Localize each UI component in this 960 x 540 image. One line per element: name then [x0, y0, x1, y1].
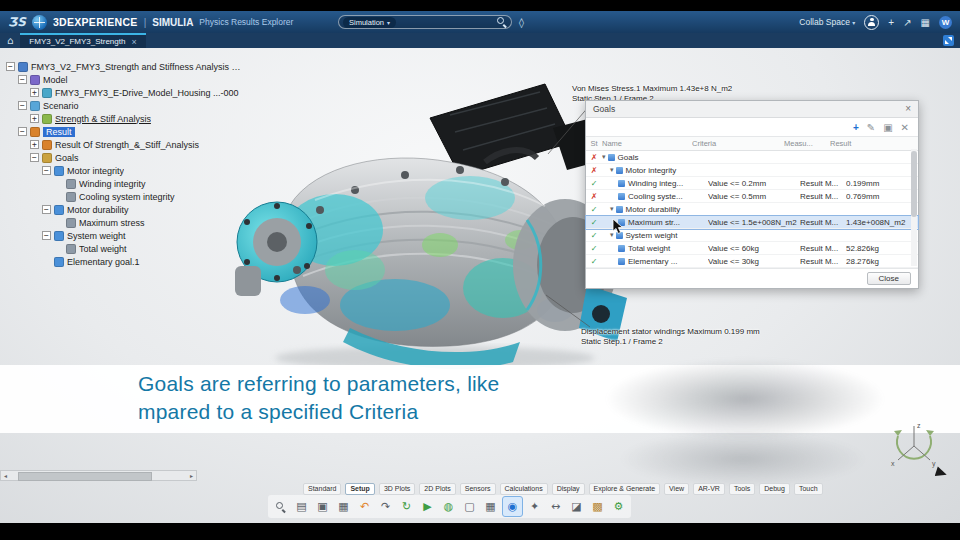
tree-item-motor-durability[interactable]: −Motor durability — [2, 203, 242, 216]
ribbon-tab-debug[interactable]: Debug — [759, 483, 790, 495]
share-icon[interactable]: ↗ — [903, 17, 911, 28]
edit-goal-icon[interactable]: ✎ — [867, 122, 875, 133]
tree-item-model[interactable]: −Model — [2, 73, 242, 86]
catalog-icon[interactable]: ▤ — [292, 497, 311, 516]
view-compass[interactable]: z x y — [888, 418, 940, 474]
tree-item-scenario[interactable]: −Scenario — [2, 99, 242, 112]
3d-viewport[interactable]: Von Mises Stress.1 Maximum 1.43e+8 N_m2 … — [0, 48, 960, 523]
document-tab[interactable]: FMY3_V2_FMY3_Strength × — [20, 33, 145, 48]
ribbon-tab-touch[interactable]: Touch — [794, 483, 823, 495]
expand-view-icon[interactable] — [943, 35, 954, 46]
tree-item-maximum-stress[interactable]: Maximum stress — [2, 216, 242, 229]
ribbon-tab-display[interactable]: Display — [552, 483, 585, 495]
column-result[interactable]: Result — [830, 139, 902, 148]
column-name[interactable]: Name — [602, 139, 692, 148]
3dexperience-compass-icon[interactable] — [32, 15, 47, 30]
collapse-icon[interactable]: − — [18, 75, 27, 84]
display-icon[interactable]: ▢ — [460, 497, 479, 516]
collapse-icon[interactable]: − — [42, 231, 51, 240]
scroll-right-icon[interactable]: ▸ — [187, 472, 196, 479]
user-profile-icon[interactable] — [864, 15, 879, 30]
expand-icon[interactable]: + — [30, 114, 39, 123]
scrollbar-thumb[interactable] — [18, 472, 152, 481]
tree-item-elementary-goal-1[interactable]: Elementary goal.1 — [2, 255, 242, 268]
ribbon-tab-view[interactable]: View — [664, 483, 689, 495]
play-icon[interactable]: ▶ — [418, 497, 437, 516]
search-scope-dropdown[interactable]: Simulation▾ — [343, 17, 396, 28]
refresh-icon[interactable]: ↻ — [397, 497, 416, 516]
goals-row-motor-durability[interactable]: ✓▾Motor durability — [586, 203, 918, 216]
zoom-icon[interactable] — [271, 497, 290, 516]
scrollbar-track[interactable] — [10, 471, 187, 480]
mesh-icon[interactable]: ▩ — [588, 497, 607, 516]
collapse-icon[interactable]: − — [18, 127, 27, 136]
tree-item-winding-integrity[interactable]: Winding integrity — [2, 177, 242, 190]
settings-gear-icon[interactable]: ⚙ — [609, 497, 628, 516]
panel-scrollbar[interactable] — [911, 149, 917, 266]
section-icon[interactable]: ◪ — [567, 497, 586, 516]
column-measure[interactable]: Measu... — [784, 139, 830, 148]
caret-down-icon[interactable]: ▾ — [610, 205, 614, 213]
tree-item-result-of-analysis[interactable]: +Result Of Strength_&_Stiff_Analysis — [2, 138, 242, 151]
tree-item-system-weight[interactable]: −System weight — [2, 229, 242, 242]
ribbon-tab-2d-plots[interactable]: 2D Plots — [419, 483, 455, 495]
globe-icon[interactable]: ◍ — [439, 497, 458, 516]
tree-item-result[interactable]: −Result — [2, 125, 242, 138]
collapse-icon[interactable]: − — [18, 101, 27, 110]
tree-item-strength-stiff-analysis[interactable]: +Strength & Stiff Analysis — [2, 112, 242, 125]
search-icon[interactable] — [497, 17, 507, 27]
close-panel-icon[interactable]: × — [905, 104, 911, 114]
collapse-icon[interactable]: − — [42, 205, 51, 214]
tree-item-total-weight[interactable]: Total weight — [2, 242, 242, 255]
collab-space-dropdown[interactable]: Collab Space ▾ — [799, 17, 855, 27]
tree-item-cooling-system-integrity[interactable]: Cooling system integrity — [2, 190, 242, 203]
ribbon-tab-setup[interactable]: Setup — [345, 483, 374, 495]
add-icon[interactable]: + — [888, 17, 894, 28]
ribbon-tab-tools[interactable]: Tools — [729, 483, 755, 495]
goals-row-motor-integrity[interactable]: ✗▾Motor integrity — [586, 164, 918, 177]
ribbon-tab-sensors[interactable]: Sensors — [460, 483, 496, 495]
column-status[interactable]: St — [586, 139, 602, 148]
horizontal-scrollbar[interactable]: ◂ ▸ — [0, 470, 197, 481]
goals-panel-header[interactable]: Goals × — [586, 101, 918, 118]
expand-icon[interactable]: + — [30, 88, 39, 97]
close-button[interactable]: Close — [867, 272, 911, 285]
column-criteria[interactable]: Criteria — [692, 139, 784, 148]
pointer-icon[interactable]: ✦ — [525, 497, 544, 516]
scroll-left-icon[interactable]: ◂ — [1, 472, 10, 479]
expand-icon[interactable]: + — [30, 140, 39, 149]
tree-item-motor-integrity[interactable]: −Motor integrity — [2, 164, 242, 177]
caret-down-icon[interactable]: ▾ — [610, 166, 614, 174]
paste-icon[interactable]: ▦ — [334, 497, 353, 516]
goals-row-winding-integrity[interactable]: ✓Winding integ...Value <= 0.2mmResult M.… — [586, 177, 918, 190]
add-goal-icon[interactable]: + — [853, 122, 859, 133]
ribbon-tab-standard[interactable]: Standard — [303, 483, 341, 495]
axes-icon[interactable]: ↔ — [546, 497, 565, 516]
tag-icon[interactable]: ◊ — [519, 17, 524, 28]
apps-grid-icon[interactable]: ▦ — [921, 17, 930, 28]
user-avatar[interactable]: W — [939, 16, 952, 29]
collapse-icon[interactable]: − — [42, 166, 51, 175]
tree-item-analysis-root[interactable]: −FMY3_V2_FMY3_Strength and Stiffness Ana… — [2, 60, 242, 73]
copy-icon[interactable]: ▣ — [313, 497, 332, 516]
ribbon-tab-explore-generate[interactable]: Explore & Generate — [589, 483, 660, 495]
goals-row-total-weight[interactable]: ✓Total weightValue <= 60kgResult M...52.… — [586, 242, 918, 255]
duplicate-goal-icon[interactable]: ▣ — [883, 122, 892, 133]
goals-row-goals[interactable]: ✗▾Goals — [586, 151, 918, 164]
ribbon-tab-calculations[interactable]: Calculations — [500, 483, 548, 495]
delete-goal-icon[interactable]: ✕ — [901, 122, 909, 133]
scrollbar-thumb[interactable] — [911, 151, 917, 217]
caret-down-icon[interactable]: ▾ — [602, 153, 606, 161]
goals-row-elementary[interactable]: ✓Elementary ...Value <= 30kgResult M...2… — [586, 255, 918, 268]
collapse-icon[interactable]: − — [6, 62, 15, 71]
undo-icon[interactable]: ↶ — [355, 497, 374, 516]
dassault-3ds-logo[interactable]: ƷS — [8, 15, 26, 29]
goals-row-system-weight[interactable]: ✓▾System weight — [586, 229, 918, 242]
tree-item-goals[interactable]: −Goals — [2, 151, 242, 164]
ribbon-tab-3d-plots[interactable]: 3D Plots — [379, 483, 415, 495]
redo-icon[interactable]: ↷ — [376, 497, 395, 516]
global-search[interactable]: Simulation▾ — [338, 15, 512, 29]
goals-row-maximum-stress[interactable]: ✓Maximum str...Value <= 1.5e+008N_m2Resu… — [586, 216, 918, 229]
collapse-icon[interactable]: − — [30, 153, 39, 162]
table-icon[interactable]: ▦ — [481, 497, 500, 516]
